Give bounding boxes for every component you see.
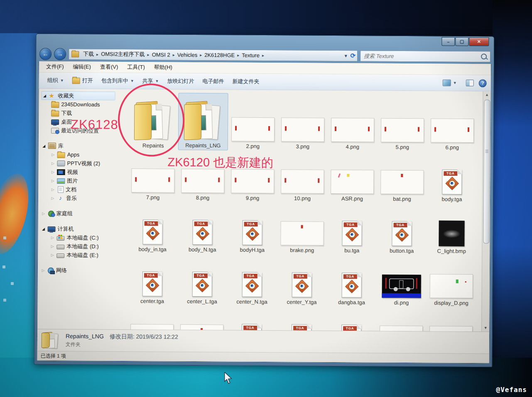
twisty-icon[interactable]: ▷ bbox=[51, 196, 55, 200]
minimize-button[interactable]: – bbox=[441, 37, 455, 46]
file-item-Repaints[interactable]: Repaints bbox=[128, 93, 179, 150]
sidebar-item-pictures[interactable]: ▷图片 bbox=[41, 176, 124, 185]
forward-button[interactable]: → bbox=[54, 48, 66, 60]
file-item-9.png[interactable]: 9.png bbox=[228, 150, 278, 202]
file-item-body_N.tga[interactable]: TGAbody_N.tga bbox=[177, 202, 228, 254]
twisty-icon[interactable]: ▷ bbox=[50, 244, 54, 248]
back-button[interactable]: ← bbox=[39, 48, 51, 60]
scroll-up-icon[interactable]: ▲ bbox=[483, 91, 491, 98]
breadcrumb-segment[interactable]: Vehicles▸ bbox=[176, 51, 203, 58]
menu-item[interactable]: 编辑(E) bbox=[69, 62, 94, 72]
sidebar-item-pptv-videos[interactable]: ▷PPTV视频 (2) bbox=[41, 159, 124, 168]
file-item-dangba.tga[interactable]: TGAdangba.tga bbox=[326, 255, 377, 307]
sidebar-item-recent-places[interactable]: 最近访问的位置 bbox=[41, 126, 124, 135]
file-item-center.tga[interactable]: TGAcenter.tga bbox=[127, 253, 177, 306]
toolbar-button-organize[interactable]: 组织▼ bbox=[43, 75, 68, 86]
search-icon[interactable] bbox=[481, 54, 487, 59]
sidebar-item-apps[interactable]: ▷Apps bbox=[41, 150, 124, 159]
sidebar-item-downloads[interactable]: 下载 bbox=[41, 109, 124, 118]
menu-item[interactable]: 查看(V) bbox=[96, 62, 122, 72]
file-item-di.png[interactable]: di.png bbox=[376, 255, 427, 307]
views-button[interactable]: ▼ bbox=[439, 78, 461, 88]
close-button[interactable]: ✕ bbox=[469, 37, 489, 46]
twisty-icon[interactable]: ◢ bbox=[42, 144, 46, 148]
sidebar-item-music[interactable]: ▷♪音乐 bbox=[41, 194, 124, 203]
menu-item[interactable]: 文件(F) bbox=[42, 62, 68, 72]
breadcrumb-segment[interactable]: 下载▸ bbox=[81, 49, 99, 58]
menu-item[interactable]: 帮助(H) bbox=[150, 62, 176, 72]
sidebar-item-disk-d[interactable]: ▷本地磁盘 (D:) bbox=[40, 242, 123, 251]
help-button[interactable]: ? bbox=[479, 79, 487, 87]
sidebar-section-computer[interactable]: ◢计算机 bbox=[41, 224, 124, 234]
sidebar-item-disk-c[interactable]: ▷本地磁盘 (C:) bbox=[40, 233, 123, 242]
file-item[interactable] bbox=[426, 307, 476, 331]
sidebar-section-libraries[interactable]: ◢库 bbox=[41, 141, 124, 151]
sidebar-section-favorites[interactable]: ◢★收藏夹 bbox=[41, 91, 115, 100]
twisty-icon[interactable]: ▷ bbox=[50, 235, 54, 239]
search-input[interactable] bbox=[363, 52, 481, 60]
sidebar-section-homegroup[interactable]: ▷家庭组 bbox=[41, 209, 124, 218]
breadcrumb-segment[interactable]: OMSI 2▸ bbox=[150, 51, 176, 58]
file-item-center_N.tga[interactable]: TGAcenter_N.tga bbox=[227, 254, 277, 306]
file-item-ASR.png[interactable]: ASR.png bbox=[327, 151, 378, 203]
file-item-8.png[interactable]: 8.png bbox=[178, 150, 228, 202]
file-item-body_in.tga[interactable]: TGAbody_in.tga bbox=[127, 202, 178, 254]
search-box[interactable] bbox=[360, 50, 490, 62]
twisty-icon[interactable]: ◢ bbox=[43, 93, 47, 97]
toolbar-button-include-in-library[interactable]: 包含到库中▼ bbox=[97, 75, 138, 87]
breadcrumb-segment[interactable]: Texture▸ bbox=[240, 51, 265, 59]
preview-pane-button[interactable] bbox=[466, 80, 474, 86]
file-item[interactable]: TGA bbox=[277, 306, 327, 331]
file-item[interactable] bbox=[177, 306, 227, 331]
twisty-icon[interactable]: ▷ bbox=[51, 187, 55, 191]
scrollbar-thumb[interactable] bbox=[483, 100, 490, 244]
file-item-center_Y.tga[interactable]: TGAcenter_Y.tga bbox=[277, 254, 327, 307]
sidebar-item-desktop[interactable]: 桌面 bbox=[41, 117, 124, 127]
twisty-icon[interactable]: ▷ bbox=[51, 161, 55, 165]
twisty-icon[interactable]: ▷ bbox=[42, 211, 46, 215]
twisty-icon[interactable]: ◢ bbox=[42, 227, 46, 231]
breadcrumb-segment[interactable]: OMSI2主程序下载▸ bbox=[99, 50, 150, 59]
file-item-6.png[interactable]: 6.png bbox=[427, 94, 478, 152]
toolbar-button-email[interactable]: 电子邮件 bbox=[198, 76, 228, 87]
sidebar-item-disk-e[interactable]: ▷本地磁盘 (E:) bbox=[40, 251, 123, 260]
twisty-icon[interactable]: ▷ bbox=[51, 152, 55, 156]
toolbar-button-slideshow[interactable]: 放映幻灯片 bbox=[163, 76, 198, 88]
scroll-down-icon[interactable]: ▼ bbox=[482, 324, 489, 331]
sidebar-item-2345downloads[interactable]: 2345Downloads bbox=[41, 100, 124, 109]
file-item-bodyH.tga[interactable]: TGAbodyH.tga bbox=[227, 202, 277, 254]
file-item-2.png[interactable]: 2.png bbox=[228, 93, 278, 151]
file-item[interactable]: TGA bbox=[227, 306, 277, 331]
toolbar-button-open[interactable]: 打开 bbox=[68, 75, 97, 86]
menu-item[interactable]: 工具(T) bbox=[123, 62, 149, 72]
toolbar-button-new-folder[interactable]: 新建文件夹 bbox=[228, 76, 263, 88]
twisty-icon[interactable]: ▷ bbox=[50, 253, 54, 257]
file-item-C_light.bmp[interactable]: C_light.bmp bbox=[427, 203, 477, 256]
file-item-bat.png[interactable]: bat.png bbox=[377, 151, 427, 204]
file-item-body.tga[interactable]: TGAbody.tga bbox=[427, 151, 477, 204]
file-item[interactable] bbox=[127, 305, 177, 331]
file-item-7.png[interactable]: 7.png bbox=[128, 150, 178, 202]
twisty-icon[interactable]: ▷ bbox=[41, 268, 45, 272]
file-item-bu.tga[interactable]: TGAbu.tga bbox=[327, 203, 377, 255]
file-item-center_L.tga[interactable]: TGAcenter_L.tga bbox=[177, 254, 227, 306]
refresh-icon[interactable]: ⟳ bbox=[351, 52, 356, 59]
breadcrumb-dropdown-icon[interactable]: ▼ bbox=[344, 54, 348, 58]
file-item-display_D.png[interactable]: display_D.png bbox=[426, 255, 476, 307]
twisty-icon[interactable]: ▷ bbox=[51, 178, 55, 183]
file-item[interactable]: TGA bbox=[326, 307, 377, 331]
scrollbar[interactable]: ▲ ▼ bbox=[481, 91, 491, 331]
file-item-10.png[interactable]: 10.png bbox=[277, 151, 328, 203]
sidebar-item-documents[interactable]: ▷文档 bbox=[41, 185, 124, 194]
file-item-5.png[interactable]: 5.png bbox=[378, 94, 428, 152]
breadcrumb-segment[interactable]: 2K6128HGE▸ bbox=[203, 51, 240, 59]
breadcrumb[interactable]: 下载▸OMSI2主程序下载▸OMSI 2▸Vehicles▸2K6128HGE▸… bbox=[69, 49, 358, 61]
file-item-Repaints_LNG[interactable]: Repaints_LNG bbox=[178, 93, 228, 151]
file-item-3.png[interactable]: 3.png bbox=[278, 93, 328, 151]
file-item-brake.png[interactable]: brake.png bbox=[277, 202, 327, 255]
sidebar-section-network[interactable]: ▷网络 bbox=[40, 266, 123, 275]
maximize-button[interactable]: ▢ bbox=[455, 37, 468, 46]
twisty-icon[interactable]: ▷ bbox=[51, 170, 55, 174]
file-item-4.png[interactable]: 4.png bbox=[328, 94, 378, 151]
file-item[interactable] bbox=[376, 307, 427, 332]
